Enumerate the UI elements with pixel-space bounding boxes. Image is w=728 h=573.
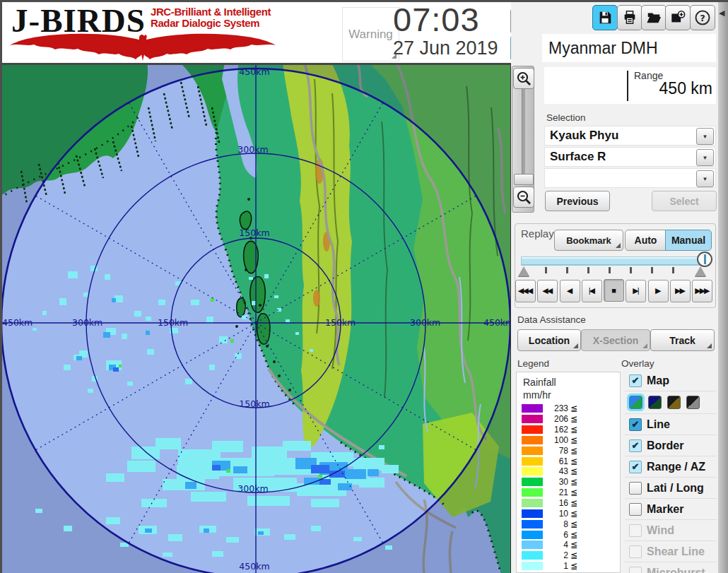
chevron-down-icon[interactable]: ▼	[696, 170, 714, 187]
checkbox	[629, 567, 642, 573]
window-frame	[0, 0, 2, 573]
product-dropdown[interactable]: Surface R ▼	[544, 147, 716, 167]
rewind-button[interactable]: ◀◀	[537, 280, 558, 302]
data-assistance-label: Data Assistance	[517, 314, 586, 325]
chevron-down-icon[interactable]: ▼	[696, 128, 714, 145]
x-section-button[interactable]: X-Section	[581, 329, 650, 351]
track-button[interactable]: Track	[650, 329, 715, 351]
legend-value: 206	[544, 414, 568, 424]
legend-swatch	[522, 531, 543, 539]
replay-slider-track[interactable]	[521, 256, 710, 266]
zoom-in-button[interactable]	[513, 68, 534, 89]
overlay-item-label: Map	[647, 374, 669, 387]
zoom-out-button[interactable]	[513, 187, 534, 208]
play-button[interactable]: ▶	[648, 280, 669, 302]
legend-row: 21≦	[517, 488, 620, 498]
bookmark-button[interactable]: Bookmark	[554, 230, 623, 251]
skip-to-end-icon: ▶|	[633, 286, 639, 295]
replay-label: Replay	[521, 228, 554, 240]
overlay-list: ✔Map✔Line✔Border✔Range / AZLati / LongMa…	[625, 370, 717, 573]
legend-swatch	[522, 415, 543, 423]
legend-row: 30≦	[517, 477, 620, 488]
slider-tick	[672, 267, 674, 273]
forward-fast-icon: ▶▶▶	[695, 286, 710, 295]
open-folder-button[interactable]	[641, 5, 667, 30]
checkbox[interactable]	[629, 503, 642, 516]
help-button[interactable]: ?	[690, 5, 715, 30]
add-image-icon	[670, 10, 686, 25]
product-dropdown-value: Surface R	[550, 150, 606, 164]
step-back-play-button[interactable]: ◀	[560, 280, 580, 302]
replay-slider-thumb[interactable]	[697, 252, 712, 267]
checkbox[interactable]: ✔	[629, 418, 642, 431]
legend-le-symbol: ≦	[570, 509, 577, 519]
legend-swatch	[522, 467, 543, 475]
warning-button[interactable]: Warning	[342, 7, 399, 61]
legend-row: 8≦	[517, 519, 620, 529]
checkbox[interactable]	[629, 482, 642, 495]
checkbox[interactable]: ✔	[629, 461, 642, 473]
collapse-panel-icon[interactable]: ◀	[719, 8, 724, 18]
legend-swatch	[522, 520, 543, 528]
clock-time: 07:03	[393, 0, 506, 39]
checkbox[interactable]: ✔	[629, 374, 642, 387]
auto-button[interactable]: Auto	[625, 230, 667, 251]
select-button[interactable]: Select	[652, 191, 717, 211]
previous-button[interactable]: Previous	[545, 191, 610, 211]
rewind-fast-icon: ◀◀◀	[518, 286, 533, 295]
skip-to-start-button[interactable]: |◀	[582, 280, 602, 302]
legend-swatch	[522, 436, 543, 444]
ring-label: 150km	[325, 317, 356, 328]
stop-button[interactable]: ■	[604, 279, 624, 302]
legend-le-symbol: ≦	[570, 456, 577, 466]
playback-controls: ◀◀◀◀◀◀|◀■▶|▶▶▶▶▶▶	[515, 279, 717, 302]
slider-tick	[545, 267, 547, 273]
legend-swatch	[522, 509, 543, 518]
jbirds-window: J-BIRDS JRC-Brilliant & Intelligent Rada…	[0, 0, 728, 573]
map-style-swatch-1[interactable]	[648, 396, 662, 409]
print-button[interactable]	[617, 5, 642, 30]
selection-label: Selection	[546, 112, 586, 123]
slider-end-marker[interactable]	[695, 266, 706, 276]
legend-value: 100	[544, 435, 568, 445]
rewind-fast-button[interactable]: ◀◀◀	[515, 280, 536, 302]
slider-start-marker[interactable]	[518, 266, 529, 276]
legend-le-symbol: ≦	[570, 498, 577, 508]
legend-value: 10	[544, 509, 568, 519]
site-dropdown[interactable]: Kyauk Phyu ▼	[544, 126, 716, 146]
extra-dropdown[interactable]: ▼	[544, 168, 716, 188]
overlay-item-label: Line	[647, 418, 670, 431]
legend-value: 21	[544, 488, 568, 497]
checkbox[interactable]: ✔	[629, 439, 642, 452]
zoom-slider-thumb[interactable]	[514, 174, 534, 185]
manual-button[interactable]: Manual	[665, 230, 712, 251]
legend-le-symbol: ≦	[570, 519, 577, 529]
legend-le-symbol: ≦	[570, 435, 577, 445]
zoom-slider-track[interactable]	[522, 89, 525, 174]
overlay-item-map: ✔Map	[625, 370, 717, 391]
forward-button[interactable]: ▶▶	[670, 280, 691, 302]
skip-to-end-button[interactable]: ▶|	[626, 280, 646, 302]
panel-scrollbar[interactable]	[718, 0, 728, 573]
location-button[interactable]: Location	[517, 329, 581, 351]
forward-fast-button[interactable]: ▶▶▶	[692, 280, 712, 302]
overlay-item-label: Lati / Long	[647, 482, 704, 495]
chevron-down-icon[interactable]: ▼	[696, 149, 714, 166]
legend-value: 233	[544, 403, 568, 413]
radar-map[interactable]: 450km 300km 150km 150km 300km 450km 450k…	[0, 65, 511, 573]
overlay-item-line: ✔Line	[625, 414, 717, 435]
slider-tick	[609, 267, 611, 273]
map-style-swatch-3[interactable]	[686, 396, 700, 409]
add-image-button[interactable]	[665, 5, 691, 30]
zoom-in-icon	[515, 70, 532, 87]
legend-le-symbol: ≦	[570, 540, 577, 550]
map-style-swatch-2[interactable]	[667, 396, 681, 409]
legend-le-symbol: ≦	[570, 550, 577, 560]
legend-row: 61≦	[517, 456, 620, 466]
overlay-item-label: Border	[647, 439, 683, 452]
map-style-swatch-0[interactable]	[629, 396, 642, 409]
save-button[interactable]	[592, 5, 618, 30]
slider-tick	[587, 267, 589, 273]
legend-le-symbol: ≦	[570, 403, 577, 413]
overlay-item-marker: Marker	[625, 499, 717, 520]
